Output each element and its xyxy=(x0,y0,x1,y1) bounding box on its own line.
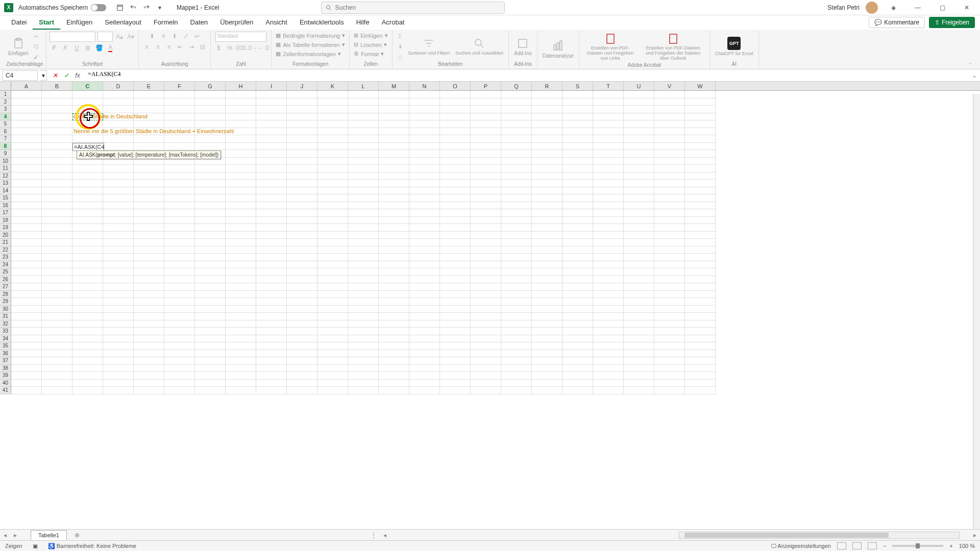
cell[interactable] xyxy=(348,165,379,172)
cell[interactable] xyxy=(287,276,317,284)
cell[interactable] xyxy=(471,128,501,136)
cell[interactable] xyxy=(42,180,72,187)
cell[interactable] xyxy=(501,128,532,136)
cell[interactable] xyxy=(72,135,103,143)
col-header-s[interactable]: S xyxy=(562,82,593,90)
cell[interactable] xyxy=(440,276,471,284)
cell[interactable] xyxy=(256,380,287,387)
cell[interactable] xyxy=(624,128,654,136)
cell[interactable] xyxy=(379,335,409,343)
cell[interactable] xyxy=(287,217,317,224)
font-color-icon[interactable]: A xyxy=(106,43,115,53)
tab-review[interactable]: Überprüfen xyxy=(214,16,259,30)
cell[interactable] xyxy=(103,165,134,172)
cell[interactable] xyxy=(317,106,348,113)
cell[interactable] xyxy=(317,313,348,320)
cell[interactable] xyxy=(226,232,256,239)
cell[interactable] xyxy=(409,380,440,387)
cell[interactable] xyxy=(103,357,134,365)
cell[interactable] xyxy=(256,239,287,246)
cell[interactable] xyxy=(134,143,164,151)
cell[interactable] xyxy=(195,365,226,372)
cell[interactable] xyxy=(42,172,72,180)
cell[interactable] xyxy=(593,298,624,306)
cell[interactable] xyxy=(256,291,287,298)
cell[interactable] xyxy=(593,91,624,98)
cell[interactable] xyxy=(409,106,440,113)
cell[interactable] xyxy=(72,372,103,380)
cell[interactable] xyxy=(42,291,72,298)
cell[interactable] xyxy=(226,380,256,387)
cell[interactable] xyxy=(562,380,593,387)
cell[interactable] xyxy=(11,217,42,224)
cell[interactable] xyxy=(164,335,195,343)
cell[interactable] xyxy=(11,180,42,187)
cell[interactable] xyxy=(348,320,379,328)
cell[interactable] xyxy=(501,113,532,121)
cell[interactable] xyxy=(624,335,654,343)
cell[interactable] xyxy=(256,106,287,113)
cell[interactable] xyxy=(348,342,379,350)
cell[interactable] xyxy=(11,372,42,380)
row-header-23[interactable]: 23 xyxy=(0,254,11,261)
cell[interactable] xyxy=(532,276,562,284)
cell[interactable] xyxy=(501,187,532,195)
cell[interactable] xyxy=(287,261,317,269)
cell[interactable] xyxy=(348,187,379,195)
font-name-input[interactable] xyxy=(50,32,95,42)
cell[interactable] xyxy=(317,372,348,380)
name-box-dropdown-icon[interactable]: ▾ xyxy=(40,70,47,81)
cell[interactable] xyxy=(532,98,562,106)
cell[interactable] xyxy=(317,328,348,335)
cell[interactable] xyxy=(440,194,471,202)
cell[interactable] xyxy=(287,320,317,328)
cell[interactable] xyxy=(409,246,440,254)
cell[interactable] xyxy=(317,283,348,291)
cell[interactable] xyxy=(532,335,562,343)
tab-help[interactable]: Hilfe xyxy=(350,16,376,30)
cell[interactable] xyxy=(11,98,42,106)
cell[interactable] xyxy=(685,202,716,210)
cell[interactable] xyxy=(348,106,379,113)
cell[interactable] xyxy=(195,224,226,232)
cell[interactable] xyxy=(134,268,164,276)
cell[interactable] xyxy=(685,283,716,291)
cell[interactable] xyxy=(501,254,532,261)
cell[interactable] xyxy=(562,150,593,158)
cell[interactable] xyxy=(164,106,195,113)
col-header-w[interactable]: W xyxy=(685,82,716,90)
cell[interactable] xyxy=(134,246,164,254)
cell[interactable] xyxy=(134,187,164,195)
cell[interactable] xyxy=(532,298,562,306)
cell[interactable] xyxy=(42,98,72,106)
cell[interactable] xyxy=(195,106,226,113)
cell[interactable] xyxy=(348,291,379,298)
cell[interactable] xyxy=(195,298,226,306)
zoom-in-icon[interactable]: + xyxy=(949,543,952,549)
cell[interactable] xyxy=(42,202,72,210)
cell[interactable] xyxy=(440,106,471,113)
row-header-39[interactable]: 39 xyxy=(0,372,11,380)
cell[interactable] xyxy=(134,91,164,98)
cell[interactable] xyxy=(226,120,256,128)
cell[interactable] xyxy=(287,209,317,217)
cell[interactable] xyxy=(103,365,134,372)
row-header-31[interactable]: 31 xyxy=(0,313,11,320)
cell[interactable] xyxy=(226,283,256,291)
cell[interactable] xyxy=(348,224,379,232)
cell[interactable] xyxy=(471,380,501,387)
cell[interactable] xyxy=(532,135,562,143)
cell[interactable] xyxy=(287,224,317,232)
cell[interactable] xyxy=(256,357,287,365)
cell[interactable] xyxy=(348,350,379,358)
cell[interactable] xyxy=(562,276,593,284)
row-header-5[interactable]: 5 xyxy=(0,120,11,128)
align-middle-icon[interactable]: ≡ xyxy=(159,32,168,41)
cell[interactable] xyxy=(103,106,134,113)
cell[interactable] xyxy=(134,232,164,239)
decrease-font-icon[interactable]: A▾ xyxy=(126,32,135,41)
cell[interactable] xyxy=(11,239,42,246)
cell[interactable] xyxy=(287,113,317,121)
cell[interactable] xyxy=(471,320,501,328)
cell[interactable] xyxy=(501,194,532,202)
